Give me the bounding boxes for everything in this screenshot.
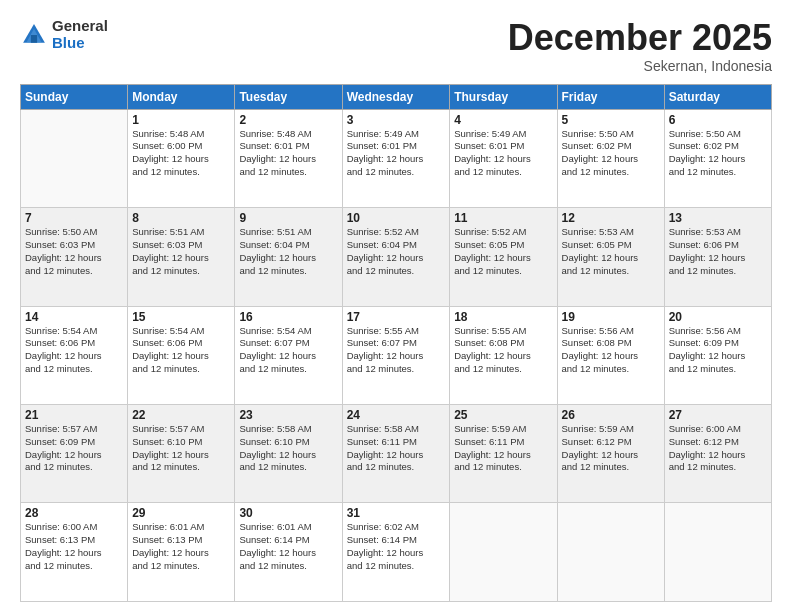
day-info: Sunrise: 5:56 AMSunset: 6:08 PMDaylight:… xyxy=(562,325,660,376)
table-row: 28Sunrise: 6:00 AMSunset: 6:13 PMDayligh… xyxy=(21,503,128,602)
day-number: 31 xyxy=(347,506,446,520)
day-info: Sunrise: 6:00 AMSunset: 6:13 PMDaylight:… xyxy=(25,521,123,572)
day-info: Sunrise: 5:52 AMSunset: 6:04 PMDaylight:… xyxy=(347,226,446,277)
day-number: 22 xyxy=(132,408,230,422)
col-saturday: Saturday xyxy=(664,84,771,109)
day-info: Sunrise: 5:57 AMSunset: 6:10 PMDaylight:… xyxy=(132,423,230,474)
table-row: 12Sunrise: 5:53 AMSunset: 6:05 PMDayligh… xyxy=(557,208,664,306)
day-number: 9 xyxy=(239,211,337,225)
table-row: 3Sunrise: 5:49 AMSunset: 6:01 PMDaylight… xyxy=(342,109,450,207)
col-wednesday: Wednesday xyxy=(342,84,450,109)
day-info: Sunrise: 5:55 AMSunset: 6:08 PMDaylight:… xyxy=(454,325,552,376)
table-row: 14Sunrise: 5:54 AMSunset: 6:06 PMDayligh… xyxy=(21,306,128,404)
day-info: Sunrise: 5:59 AMSunset: 6:11 PMDaylight:… xyxy=(454,423,552,474)
table-row xyxy=(557,503,664,602)
table-row: 25Sunrise: 5:59 AMSunset: 6:11 PMDayligh… xyxy=(450,405,557,503)
day-info: Sunrise: 6:01 AMSunset: 6:13 PMDaylight:… xyxy=(132,521,230,572)
table-row: 7Sunrise: 5:50 AMSunset: 6:03 PMDaylight… xyxy=(21,208,128,306)
day-info: Sunrise: 5:53 AMSunset: 6:05 PMDaylight:… xyxy=(562,226,660,277)
table-row: 15Sunrise: 5:54 AMSunset: 6:06 PMDayligh… xyxy=(128,306,235,404)
table-row: 29Sunrise: 6:01 AMSunset: 6:13 PMDayligh… xyxy=(128,503,235,602)
table-row: 22Sunrise: 5:57 AMSunset: 6:10 PMDayligh… xyxy=(128,405,235,503)
logo-general: General xyxy=(52,18,108,35)
col-thursday: Thursday xyxy=(450,84,557,109)
table-row: 18Sunrise: 5:55 AMSunset: 6:08 PMDayligh… xyxy=(450,306,557,404)
day-number: 12 xyxy=(562,211,660,225)
day-info: Sunrise: 5:48 AMSunset: 6:01 PMDaylight:… xyxy=(239,128,337,179)
table-row: 16Sunrise: 5:54 AMSunset: 6:07 PMDayligh… xyxy=(235,306,342,404)
day-number: 30 xyxy=(239,506,337,520)
day-info: Sunrise: 5:59 AMSunset: 6:12 PMDaylight:… xyxy=(562,423,660,474)
day-number: 21 xyxy=(25,408,123,422)
day-number: 20 xyxy=(669,310,767,324)
day-number: 27 xyxy=(669,408,767,422)
table-row: 31Sunrise: 6:02 AMSunset: 6:14 PMDayligh… xyxy=(342,503,450,602)
day-number: 24 xyxy=(347,408,446,422)
col-monday: Monday xyxy=(128,84,235,109)
day-number: 23 xyxy=(239,408,337,422)
table-row: 9Sunrise: 5:51 AMSunset: 6:04 PMDaylight… xyxy=(235,208,342,306)
day-info: Sunrise: 5:50 AMSunset: 6:03 PMDaylight:… xyxy=(25,226,123,277)
month-title: December 2025 xyxy=(508,18,772,58)
page: General Blue December 2025 Sekernan, Ind… xyxy=(0,0,792,612)
table-row: 4Sunrise: 5:49 AMSunset: 6:01 PMDaylight… xyxy=(450,109,557,207)
day-number: 5 xyxy=(562,113,660,127)
day-info: Sunrise: 5:54 AMSunset: 6:06 PMDaylight:… xyxy=(25,325,123,376)
day-number: 6 xyxy=(669,113,767,127)
svg-rect-2 xyxy=(31,35,37,43)
day-number: 8 xyxy=(132,211,230,225)
day-number: 7 xyxy=(25,211,123,225)
day-number: 13 xyxy=(669,211,767,225)
day-info: Sunrise: 5:50 AMSunset: 6:02 PMDaylight:… xyxy=(562,128,660,179)
logo-blue: Blue xyxy=(52,35,108,52)
table-row: 11Sunrise: 5:52 AMSunset: 6:05 PMDayligh… xyxy=(450,208,557,306)
table-row: 21Sunrise: 5:57 AMSunset: 6:09 PMDayligh… xyxy=(21,405,128,503)
table-row: 20Sunrise: 5:56 AMSunset: 6:09 PMDayligh… xyxy=(664,306,771,404)
calendar-row: 14Sunrise: 5:54 AMSunset: 6:06 PMDayligh… xyxy=(21,306,772,404)
day-number: 16 xyxy=(239,310,337,324)
table-row: 30Sunrise: 6:01 AMSunset: 6:14 PMDayligh… xyxy=(235,503,342,602)
col-sunday: Sunday xyxy=(21,84,128,109)
calendar-row: 7Sunrise: 5:50 AMSunset: 6:03 PMDaylight… xyxy=(21,208,772,306)
table-row: 2Sunrise: 5:48 AMSunset: 6:01 PMDaylight… xyxy=(235,109,342,207)
day-number: 15 xyxy=(132,310,230,324)
day-info: Sunrise: 5:57 AMSunset: 6:09 PMDaylight:… xyxy=(25,423,123,474)
day-info: Sunrise: 5:55 AMSunset: 6:07 PMDaylight:… xyxy=(347,325,446,376)
header: General Blue December 2025 Sekernan, Ind… xyxy=(20,18,772,74)
day-info: Sunrise: 5:51 AMSunset: 6:03 PMDaylight:… xyxy=(132,226,230,277)
table-row: 19Sunrise: 5:56 AMSunset: 6:08 PMDayligh… xyxy=(557,306,664,404)
day-number: 10 xyxy=(347,211,446,225)
day-number: 29 xyxy=(132,506,230,520)
day-number: 1 xyxy=(132,113,230,127)
day-number: 17 xyxy=(347,310,446,324)
day-info: Sunrise: 5:56 AMSunset: 6:09 PMDaylight:… xyxy=(669,325,767,376)
day-info: Sunrise: 5:54 AMSunset: 6:07 PMDaylight:… xyxy=(239,325,337,376)
day-info: Sunrise: 5:48 AMSunset: 6:00 PMDaylight:… xyxy=(132,128,230,179)
calendar-row: 21Sunrise: 5:57 AMSunset: 6:09 PMDayligh… xyxy=(21,405,772,503)
calendar-header-row: Sunday Monday Tuesday Wednesday Thursday… xyxy=(21,84,772,109)
table-row: 6Sunrise: 5:50 AMSunset: 6:02 PMDaylight… xyxy=(664,109,771,207)
day-info: Sunrise: 5:49 AMSunset: 6:01 PMDaylight:… xyxy=(454,128,552,179)
day-info: Sunrise: 5:49 AMSunset: 6:01 PMDaylight:… xyxy=(347,128,446,179)
table-row xyxy=(664,503,771,602)
day-info: Sunrise: 5:58 AMSunset: 6:10 PMDaylight:… xyxy=(239,423,337,474)
table-row: 23Sunrise: 5:58 AMSunset: 6:10 PMDayligh… xyxy=(235,405,342,503)
day-info: Sunrise: 5:58 AMSunset: 6:11 PMDaylight:… xyxy=(347,423,446,474)
table-row: 26Sunrise: 5:59 AMSunset: 6:12 PMDayligh… xyxy=(557,405,664,503)
table-row: 5Sunrise: 5:50 AMSunset: 6:02 PMDaylight… xyxy=(557,109,664,207)
table-row: 13Sunrise: 5:53 AMSunset: 6:06 PMDayligh… xyxy=(664,208,771,306)
day-number: 26 xyxy=(562,408,660,422)
day-info: Sunrise: 5:50 AMSunset: 6:02 PMDaylight:… xyxy=(669,128,767,179)
location-subtitle: Sekernan, Indonesia xyxy=(508,58,772,74)
table-row: 8Sunrise: 5:51 AMSunset: 6:03 PMDaylight… xyxy=(128,208,235,306)
table-row: 1Sunrise: 5:48 AMSunset: 6:00 PMDaylight… xyxy=(128,109,235,207)
logo-text: General Blue xyxy=(52,18,108,51)
day-number: 4 xyxy=(454,113,552,127)
day-number: 2 xyxy=(239,113,337,127)
day-info: Sunrise: 5:54 AMSunset: 6:06 PMDaylight:… xyxy=(132,325,230,376)
col-tuesday: Tuesday xyxy=(235,84,342,109)
table-row xyxy=(21,109,128,207)
table-row xyxy=(450,503,557,602)
day-number: 19 xyxy=(562,310,660,324)
title-block: December 2025 Sekernan, Indonesia xyxy=(508,18,772,74)
